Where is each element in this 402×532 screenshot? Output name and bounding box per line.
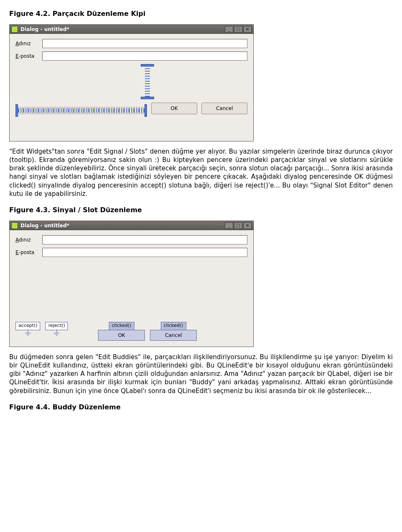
signal-clicked-cancel[interactable]: clicked() <box>161 322 186 330</box>
figure-4-2-caption: Figure 4.2. Parçacık Düzenleme Kipi <box>9 9 393 18</box>
horizontal-spacer[interactable] <box>15 107 147 114</box>
ground-icon <box>25 329 31 336</box>
qt-designer-window-fig42: Dialog - untitled* _ □ × Adınız E-posta <box>9 24 254 141</box>
input-adiniz[interactable] <box>42 39 247 48</box>
close-icon[interactable]: × <box>243 222 252 229</box>
slot-accept-box[interactable]: accept() <box>15 322 40 330</box>
minimize-icon[interactable]: _ <box>225 26 233 33</box>
signal-slot-row: accept() reject() clicked() OK clicked()… <box>15 322 197 341</box>
vertical-spacer[interactable] <box>141 64 154 99</box>
figure-4-3-caption: Figure 4.3. Sinyal / Slot Düzenleme <box>9 206 393 215</box>
maximize-icon[interactable]: □ <box>234 222 242 229</box>
dot-grid <box>15 64 247 100</box>
qt-app-icon <box>11 26 18 33</box>
window-title: Dialog - untitled* <box>21 222 224 229</box>
titlebar[interactable]: Dialog - untitled* _ □ × <box>10 25 253 34</box>
input-eposta[interactable] <box>42 51 247 61</box>
figure-4-4-caption: Figure 4.4. Buddy Düzenleme <box>9 403 393 412</box>
maximize-icon[interactable]: □ <box>234 26 242 33</box>
input-eposta[interactable] <box>42 248 247 257</box>
ground-icon <box>54 329 59 336</box>
label-eposta: E-posta <box>15 249 42 256</box>
window-title: Dialog - untitled* <box>21 26 224 33</box>
label-eposta: E-posta <box>15 53 42 59</box>
ok-button[interactable]: OK <box>151 103 197 114</box>
close-icon[interactable]: × <box>243 26 252 33</box>
signal-clicked-ok[interactable]: clicked() <box>109 322 134 330</box>
input-adiniz[interactable] <box>42 235 247 244</box>
paragraph-after-fig43: Bu düğmeden sonra gelen "Edit Buddies" i… <box>9 353 393 395</box>
titlebar[interactable]: Dialog - untitled* _ □ × <box>10 221 253 230</box>
minimize-icon[interactable]: _ <box>225 222 233 229</box>
label-adiniz: Adınız <box>15 40 42 47</box>
paragraph-after-fig42: "Edit Widgets"tan sonra "Edit Signal / S… <box>9 147 393 198</box>
cancel-button[interactable]: Cancel <box>201 103 247 114</box>
form-canvas: Adınız E-posta OK Cancel <box>10 34 253 141</box>
qt-designer-window-fig43: Dialog - untitled* _ □ × Adınız E-posta … <box>9 221 254 347</box>
qt-app-icon <box>11 222 18 229</box>
slot-reject-box[interactable]: reject() <box>45 322 68 330</box>
ok-button[interactable]: OK <box>98 330 145 341</box>
cancel-button[interactable]: Cancel <box>150 330 197 341</box>
form-canvas: Adınız E-posta accept() reject() clic <box>10 230 253 347</box>
label-adiniz: Adınız <box>15 236 42 243</box>
